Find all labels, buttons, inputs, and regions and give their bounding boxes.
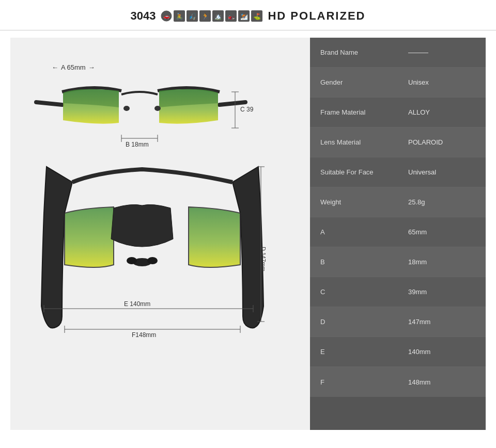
glasses-front-svg: C 39mm B 18mm (31, 76, 253, 149)
specs-label: A (310, 223, 398, 241)
activity-icons: 🚗 🚴 🎣 🏃 🏔️ 🏍️ ⛷️ ⛳ (161, 10, 262, 22)
specs-row: Lens MaterialPOLAROID (310, 127, 486, 157)
svg-point-16 (123, 106, 130, 111)
specs-label: D (310, 313, 398, 331)
specs-row: F148mm (310, 367, 486, 397)
specs-label: C (310, 283, 398, 301)
specs-label: Brand Name (310, 43, 398, 61)
svg-text:B 18mm: B 18mm (126, 141, 149, 148)
cycling-icon: 🚴 (174, 10, 185, 22)
specs-row: Brand Name——— (310, 38, 486, 68)
specs-value: Unisex (398, 73, 486, 91)
specs-row: D147mm (310, 307, 486, 337)
specs-row: Frame MaterialALLOY (310, 98, 486, 127)
svg-point-28 (147, 257, 158, 264)
svg-text:🏔️: 🏔️ (214, 12, 222, 20)
svg-text:⛳: ⛳ (253, 12, 261, 20)
specs-value: POLAROID (398, 133, 486, 151)
specs-row: B18mm (310, 247, 486, 277)
specs-value: ALLOY (398, 103, 486, 121)
golf-icon: ⛳ (251, 10, 262, 22)
svg-text:C 39mm: C 39mm (240, 106, 253, 113)
specs-value: 148mm (398, 373, 486, 391)
glasses-back-svg: D 147mm E 140mm F148mm (31, 162, 274, 337)
diagram-panel: ← A 65mm → (10, 38, 310, 430)
arrow-right-a: → (88, 63, 95, 71)
specs-label: E (310, 343, 398, 361)
specs-row: Suitable For FaceUniversal (310, 157, 486, 187)
driving-icon: 🚗 (161, 10, 172, 22)
model-number: 3043 (131, 9, 156, 23)
specs-label: Frame Material (310, 103, 398, 121)
svg-text:⛷️: ⛷️ (240, 12, 248, 20)
measurement-a-label: ← A 65mm → (52, 63, 95, 71)
specs-label: Gender (310, 73, 398, 91)
a-value: A 65mm (61, 63, 86, 71)
specs-value: Universal (398, 163, 486, 181)
svg-text:🚗: 🚗 (163, 13, 170, 20)
hd-polarized-title: HD POLARIZED (268, 9, 365, 23)
svg-point-17 (154, 106, 161, 111)
specs-row: Weight25.8g (310, 187, 486, 217)
arrow-left-a: ← (52, 63, 58, 71)
specs-value: 140mm (398, 343, 486, 361)
specs-value: 147mm (398, 313, 486, 331)
main-content: ← A 65mm → (10, 38, 486, 430)
specs-value: 25.8g (398, 193, 486, 211)
skiing-icon: ⛷️ (238, 10, 250, 22)
diagram-area: ← A 65mm → (26, 48, 295, 420)
svg-text:E 140mm: E 140mm (124, 300, 150, 308)
svg-text:🏍️: 🏍️ (227, 12, 235, 20)
svg-text:F148mm: F148mm (132, 331, 156, 337)
specs-label: Lens Material (310, 133, 398, 151)
svg-text:🎣: 🎣 (189, 12, 196, 20)
specs-table: Brand Name———GenderUnisexFrame MaterialA… (310, 38, 486, 430)
specs-value: ——— (398, 43, 486, 61)
specs-row: A65mm (310, 217, 486, 247)
specs-label: Weight (310, 193, 398, 211)
specs-label: B (310, 253, 398, 271)
specs-row: E140mm (310, 337, 486, 367)
page-header: 3043 🚗 🚴 🎣 🏃 🏔️ 🏍️ ⛷️ ⛳ HD POLARIZED (0, 0, 496, 30)
svg-text:🏃: 🏃 (202, 12, 209, 20)
specs-value: 18mm (398, 253, 486, 271)
hiking-icon: 🏔️ (212, 10, 224, 22)
specs-row: C39mm (310, 277, 486, 307)
specs-label: F (310, 373, 398, 391)
svg-text:D 147mm: D 147mm (260, 247, 267, 271)
svg-point-27 (127, 257, 137, 264)
running-icon: 🏃 (199, 10, 211, 22)
specs-label: Suitable For Face (310, 163, 398, 181)
specs-value: 39mm (398, 283, 486, 301)
specs-value: 65mm (398, 223, 486, 241)
specs-row: GenderUnisex (310, 68, 486, 98)
motorbike-icon: 🏍️ (225, 10, 237, 22)
svg-text:🚴: 🚴 (176, 12, 183, 20)
fishing-icon: 🎣 (187, 10, 198, 22)
